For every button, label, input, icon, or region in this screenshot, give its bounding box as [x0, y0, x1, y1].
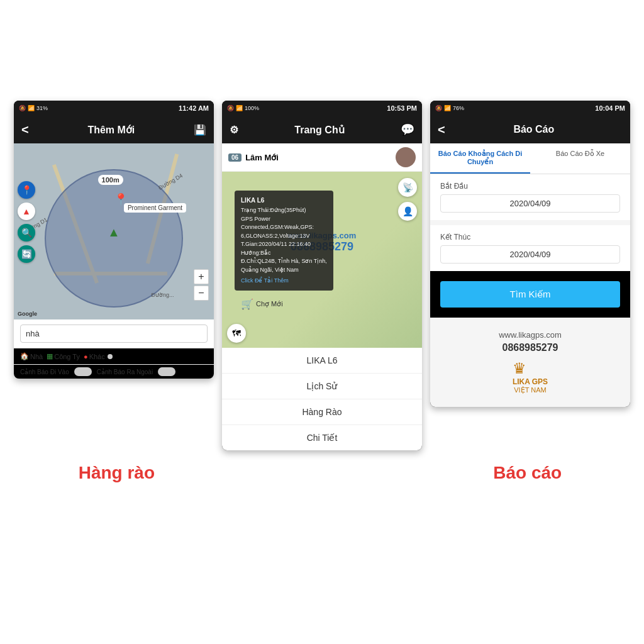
cat-nha: 🏠 Nhà — [20, 352, 43, 360]
phone2-map-marker: 🛒 Chợ Mới — [241, 298, 283, 310]
alert-vao-label: Cảnh Báo Đi Vào — [20, 369, 69, 375]
phone3-website: www.likagps.com — [499, 330, 562, 340]
map-marker-icon: 🛒 — [241, 298, 253, 310]
end-label: Kết Thúc — [440, 233, 620, 242]
map-location-label: Prominent Garment — [124, 203, 186, 213]
map-crosshair: ▲ — [108, 225, 120, 240]
report-divider-1 — [430, 220, 630, 225]
phone1-map-bg: ▲ 100m 📍 Prominent Garment Đường D1 Đườn… — [14, 143, 214, 319]
map-arrow-btn[interactable]: ▲ — [18, 203, 35, 220]
menu-item-chitiet[interactable]: Chi Tiết — [222, 425, 422, 450]
map2-right-icons: 📡 👤 — [398, 178, 417, 221]
phone3-form-start: Bắt Đầu 2020/04/09 — [430, 174, 630, 220]
lika-logo-area: ♛ LIKA GPS VIỆT NAM — [513, 360, 548, 394]
phone1-map: ▲ 100m 📍 Prominent Garment Đường D1 Đườn… — [14, 143, 214, 319]
phone1-back-btn[interactable]: < — [21, 123, 29, 137]
lika-brand-line1: LIKA GPS — [513, 377, 548, 386]
phone2-title: Trang Chủ — [294, 124, 344, 136]
popup-line1: Trạng Thái:Đứng(35Phút) — [241, 206, 327, 215]
phone2-map: www.likagps.com 0868985279 LIKA L6 Trạng… — [222, 172, 422, 348]
map-marker-label: Chợ Mới — [256, 300, 283, 308]
popup-title: LIKA L6 — [241, 196, 327, 205]
alert-vao-toggle[interactable] — [74, 367, 92, 376]
alert-vao: Cảnh Báo Đi Vào — [20, 369, 69, 375]
crown-icon: ♛ — [513, 360, 548, 377]
settings-icon[interactable]: ⚙ — [230, 124, 238, 136]
phone1: 🔕 📶 31% 11:42 AM < Thêm Mới 💾 ▲ — [14, 101, 214, 379]
map2-person-icon[interactable]: 👤 — [398, 202, 417, 221]
chat-icon[interactable]: 💬 — [401, 123, 414, 136]
phone2-device-row: 06 Lâm Mới — [222, 143, 422, 172]
tab-parking[interactable]: Báo Cáo Đỗ Xe — [530, 143, 630, 174]
phone1-alert-row: Cảnh Báo Đi Vào Cảnh Báo Ra Ngoài — [14, 365, 214, 379]
phone3: 🔕 📶 76% 10:04 PM < Báo Cáo Báo Cáo Khoản… — [430, 101, 630, 407]
google-logo: Google — [18, 311, 37, 317]
tab-distance[interactable]: Báo Cáo Khoảng Cách Di Chuyển — [430, 143, 530, 174]
phone3-status-icons: 🔕 📶 76% — [435, 105, 464, 111]
alert-ra-toggle[interactable] — [158, 367, 175, 376]
phone2-popup: LIKA L6 Trạng Thái:Đứng(35Phút) GPS Powe… — [235, 191, 333, 291]
menu-item-lika[interactable]: LIKA L6 — [222, 348, 422, 374]
road-label-bottom: Đường... — [151, 292, 174, 298]
avatar — [396, 147, 416, 167]
label-hangrao: Hàng rào — [14, 463, 219, 483]
zoom-out-btn[interactable]: − — [194, 286, 209, 301]
phone1-save-btn[interactable]: 💾 — [194, 124, 206, 136]
cat-congty-label: Công Ty — [54, 353, 80, 360]
phone3-header: < Báo Cáo — [430, 116, 630, 143]
popup-line2: GPS Power — [241, 215, 327, 224]
phone1-search-input[interactable] — [20, 325, 208, 343]
map2-bottom-icons: 🗺 — [227, 324, 246, 343]
end-date[interactable]: 2020/04/09 — [440, 245, 620, 264]
map-zoom-controls: + − — [194, 269, 209, 301]
phone2-status-icons: 🔕 📶 100% — [227, 105, 259, 111]
popup-line5: T.Gian:2020/04/11 22:16:40 — [241, 240, 327, 249]
phone3-form-end: Kết Thúc 2020/04/09 — [430, 225, 630, 271]
map-refresh-btn[interactable]: 🔄 — [18, 245, 35, 263]
popup-line7: Đ.Chỉ:QL24B, Tỉnh Hà, Sơn Tịnh, — [241, 257, 327, 266]
cat-nha-label: Nhà — [30, 353, 43, 360]
popup-click-more[interactable]: Click Để Tải Thêm — [241, 277, 327, 286]
device-info: 06 Lâm Mới — [228, 153, 279, 162]
map-distance-label: 100m — [98, 175, 123, 185]
search-report-btn[interactable]: Tìm Kiếm — [440, 281, 620, 308]
phone1-categories: 🏠 Nhà ▦ Công Ty ● Khác — [14, 348, 214, 365]
phone2-status-bar: 🔕 📶 100% 10:53 PM — [222, 101, 422, 116]
label-hangrao-text: Hàng rào — [79, 463, 155, 482]
alert-ra: Cảnh Báo Ra Ngoài — [97, 369, 153, 375]
map-location-btn[interactable]: 📍 — [18, 181, 35, 199]
phone1-search-area — [14, 319, 214, 348]
label-spacer — [219, 463, 425, 483]
phone3-status-bar: 🔕 📶 76% 10:04 PM — [430, 101, 630, 116]
device-name: Lâm Mới — [245, 153, 279, 162]
alert-ra-label: Cảnh Báo Ra Ngoài — [97, 369, 153, 375]
phone1-status-icons: 🔕 📶 31% — [19, 105, 48, 111]
phone3-phone: 0868985279 — [502, 342, 558, 353]
phone3-back-btn[interactable]: < — [438, 123, 445, 137]
phone3-time: 10:04 PM — [595, 104, 625, 112]
popup-line3: Connected,GSM:Weak,GPS: — [241, 223, 327, 232]
phone2-time: 10:53 PM — [387, 104, 417, 112]
phone2-header: ⚙ Trang Chủ 💬 — [222, 116, 422, 143]
phone3-tabs: Báo Cáo Khoảng Cách Di Chuyển Báo Cáo Đỗ… — [430, 143, 630, 174]
label-baocao: Báo cáo — [425, 463, 630, 483]
zoom-in-btn[interactable]: + — [194, 269, 209, 284]
phone2: 🔕 📶 100% 10:53 PM ⚙ Trang Chủ 💬 06 Lâm M… — [222, 101, 422, 450]
phone3-title: Báo Cáo — [513, 124, 554, 135]
device-badge: 06 — [228, 153, 242, 162]
cat-khac: ● Khác — [84, 352, 113, 360]
phone1-header: < Thêm Mới 💾 — [14, 116, 214, 143]
menu-item-hangrao[interactable]: Hàng Rào — [222, 399, 422, 425]
phone1-status-bar: 🔕 📶 31% 11:42 AM — [14, 101, 214, 116]
popup-line4: 6,GLONASS:2,Voltage:13V — [241, 232, 327, 241]
popup-line8: Quảng Ngãi, Việt Nam — [241, 266, 327, 275]
map-left-icons: 📍 ▲ 🔍 🔄 — [18, 181, 35, 263]
menu-item-lichsu[interactable]: Lịch Sử — [222, 374, 422, 399]
label-baocao-text: Báo cáo — [493, 463, 562, 482]
cat-congty: ▦ Công Ty — [47, 352, 80, 360]
map-search-btn[interactable]: 🔍 — [18, 224, 35, 242]
map2-layers-icon[interactable]: 🗺 — [227, 324, 246, 343]
phone2-header-left: ⚙ — [230, 124, 238, 136]
map2-gps-icon[interactable]: 📡 — [398, 178, 417, 197]
start-date[interactable]: 2020/04/09 — [440, 194, 620, 213]
